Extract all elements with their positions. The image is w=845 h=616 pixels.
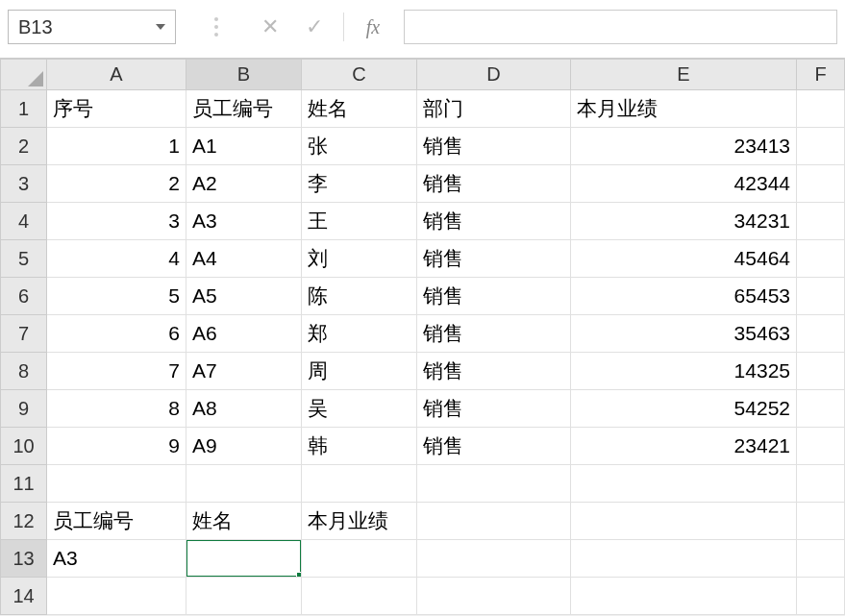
row-header-5[interactable]: 5	[1, 240, 47, 278]
dropdown-icon[interactable]	[156, 24, 165, 30]
cell-F12[interactable]	[797, 503, 845, 540]
cell-C9[interactable]: 吴	[302, 390, 417, 428]
cell-A2[interactable]: 1	[47, 128, 186, 165]
cell-F1[interactable]	[797, 90, 845, 128]
row-header-13[interactable]: 13	[1, 540, 47, 578]
cell-B5[interactable]: A4	[186, 240, 302, 278]
cell-D5[interactable]: 销售	[417, 240, 571, 278]
cell-D3[interactable]: 销售	[417, 165, 571, 203]
spreadsheet-grid[interactable]: ABCDEF1序号员工编号姓名部门本月业绩21A1张销售2341332A2李销售…	[0, 59, 845, 615]
formula-input[interactable]	[404, 10, 837, 44]
cell-B12[interactable]: 姓名	[186, 503, 302, 540]
enter-icon[interactable]: ✓	[293, 10, 336, 44]
cell-C7[interactable]: 郑	[302, 315, 417, 353]
cell-E3[interactable]: 42344	[571, 165, 797, 203]
cell-B6[interactable]: A5	[186, 278, 302, 315]
cell-C11[interactable]	[302, 465, 417, 503]
cell-C6[interactable]: 陈	[302, 278, 417, 315]
cell-A12[interactable]: 员工编号	[47, 503, 186, 540]
cell-D10[interactable]: 销售	[417, 428, 571, 465]
cell-C5[interactable]: 刘	[302, 240, 417, 278]
cell-A9[interactable]: 8	[47, 390, 186, 428]
row-header-12[interactable]: 12	[1, 503, 47, 540]
cell-E6[interactable]: 65453	[571, 278, 797, 315]
cell-C1[interactable]: 姓名	[302, 90, 417, 128]
cell-B4[interactable]: A3	[186, 203, 302, 240]
row-header-14[interactable]: 14	[1, 578, 47, 615]
cell-F7[interactable]	[797, 315, 845, 353]
cell-A6[interactable]: 5	[47, 278, 186, 315]
cell-A1[interactable]: 序号	[47, 90, 186, 128]
cell-A5[interactable]: 4	[47, 240, 186, 278]
cell-C2[interactable]: 张	[302, 128, 417, 165]
cell-B10[interactable]: A9	[186, 428, 302, 465]
cell-D12[interactable]	[417, 503, 571, 540]
cell-C12[interactable]: 本月业绩	[302, 503, 417, 540]
cell-B9[interactable]: A8	[186, 390, 302, 428]
cell-F13[interactable]	[797, 540, 845, 578]
column-header-A[interactable]: A	[47, 60, 186, 90]
cell-E4[interactable]: 34231	[571, 203, 797, 240]
cell-C4[interactable]: 王	[302, 203, 417, 240]
row-header-2[interactable]: 2	[1, 128, 47, 165]
cell-F10[interactable]	[797, 428, 845, 465]
cell-F3[interactable]	[797, 165, 845, 203]
fx-icon[interactable]: fx	[352, 10, 394, 44]
cell-B8[interactable]: A7	[186, 353, 302, 390]
cell-E5[interactable]: 45464	[571, 240, 797, 278]
cell-E10[interactable]: 23421	[571, 428, 797, 465]
cell-D11[interactable]	[417, 465, 571, 503]
cell-B11[interactable]	[186, 465, 302, 503]
cell-B14[interactable]	[186, 578, 302, 615]
cell-A7[interactable]: 6	[47, 315, 186, 353]
cell-B2[interactable]: A1	[186, 128, 302, 165]
cell-A14[interactable]	[47, 578, 186, 615]
cell-E13[interactable]	[571, 540, 797, 578]
cell-F5[interactable]	[797, 240, 845, 278]
cell-B7[interactable]: A6	[186, 315, 302, 353]
cell-F11[interactable]	[797, 465, 845, 503]
cell-A8[interactable]: 7	[47, 353, 186, 390]
select-all-corner[interactable]	[1, 60, 47, 90]
row-header-8[interactable]: 8	[1, 353, 47, 390]
column-header-E[interactable]: E	[571, 60, 797, 90]
column-header-F[interactable]: F	[797, 60, 845, 90]
cell-F6[interactable]	[797, 278, 845, 315]
cell-F9[interactable]	[797, 390, 845, 428]
row-header-4[interactable]: 4	[1, 203, 47, 240]
cell-E9[interactable]: 54252	[571, 390, 797, 428]
cell-D9[interactable]: 销售	[417, 390, 571, 428]
cell-C10[interactable]: 韩	[302, 428, 417, 465]
cell-D14[interactable]	[417, 578, 571, 615]
cell-A10[interactable]: 9	[47, 428, 186, 465]
cell-D8[interactable]: 销售	[417, 353, 571, 390]
column-header-D[interactable]: D	[417, 60, 571, 90]
cell-F8[interactable]	[797, 353, 845, 390]
cell-A11[interactable]	[47, 465, 186, 503]
row-header-6[interactable]: 6	[1, 278, 47, 315]
cell-C14[interactable]	[302, 578, 417, 615]
cell-D6[interactable]: 销售	[417, 278, 571, 315]
cell-E2[interactable]: 23413	[571, 128, 797, 165]
cell-F4[interactable]	[797, 203, 845, 240]
cell-E14[interactable]	[571, 578, 797, 615]
cell-D1[interactable]: 部门	[417, 90, 571, 128]
cell-D7[interactable]: 销售	[417, 315, 571, 353]
cell-B3[interactable]: A2	[186, 165, 302, 203]
row-header-1[interactable]: 1	[1, 90, 47, 128]
column-header-B[interactable]: B	[186, 60, 302, 90]
cancel-icon[interactable]: ✕	[249, 10, 291, 44]
cell-F14[interactable]	[797, 578, 845, 615]
cell-E1[interactable]: 本月业绩	[571, 90, 797, 128]
cell-B1[interactable]: 员工编号	[186, 90, 302, 128]
cell-E12[interactable]	[571, 503, 797, 540]
cell-B13[interactable]	[186, 540, 302, 578]
cell-E8[interactable]: 14325	[571, 353, 797, 390]
row-header-3[interactable]: 3	[1, 165, 47, 203]
row-header-9[interactable]: 9	[1, 390, 47, 428]
cell-F2[interactable]	[797, 128, 845, 165]
cell-A13[interactable]: A3	[47, 540, 186, 578]
cell-E11[interactable]	[571, 465, 797, 503]
row-header-7[interactable]: 7	[1, 315, 47, 353]
name-box[interactable]: B13	[8, 10, 176, 44]
